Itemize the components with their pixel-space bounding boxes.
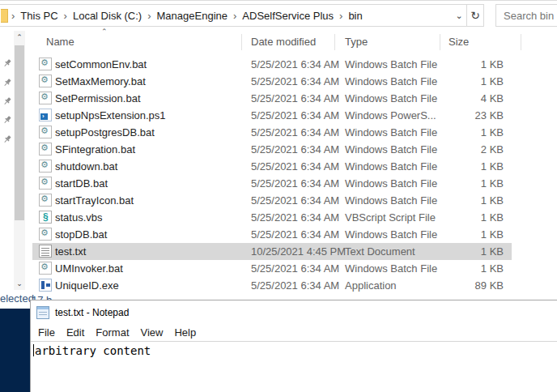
notepad-menu-bar: FileEditFormatViewHelp: [31, 325, 557, 341]
file-row-setpermission-bat[interactable]: SetPermission.bat5/25/2021 6:34 AMWindow…: [32, 90, 512, 107]
batch-file-icon: [39, 262, 52, 275]
menu-item-view[interactable]: View: [135, 325, 169, 341]
file-name: SFintegration.bat: [55, 141, 135, 158]
file-size: 1 KB: [405, 209, 504, 226]
file-name: status.vbs: [55, 209, 103, 226]
breadcrumb-item-bin[interactable]: bin: [346, 10, 364, 22]
file-row-stopdb-bat[interactable]: stopDB.bat5/25/2021 6:34 AMWindows Batch…: [32, 226, 512, 243]
file-size: 1 KB: [405, 158, 504, 175]
batch-file-icon: [39, 228, 52, 241]
column-separator: [521, 34, 521, 50]
column-separator: [440, 34, 440, 50]
file-row-test-txt[interactable]: test.txt10/25/2021 4:45 PMText Document1…: [32, 243, 512, 260]
file-name: setCommonEnv.bat: [55, 56, 147, 73]
search-input[interactable]: [496, 5, 557, 26]
scroll-down-icon[interactable]: ⌄: [14, 277, 25, 290]
screen: ›This PC›Local Disk (C:)›ManageEngine›AD…: [0, 0, 557, 392]
breadcrumb-item-adselfservice-plus[interactable]: ADSelfService Plus: [240, 10, 336, 22]
notepad-window: test.txt - Notepad FileEditFormatViewHel…: [30, 300, 557, 392]
batch-file-icon: [39, 177, 52, 190]
file-date-modified: 5/25/2021 6:34 AM: [251, 260, 339, 277]
menu-item-file[interactable]: File: [32, 325, 61, 341]
file-name: setupNpsExtension.ps1: [55, 107, 166, 124]
menu-item-help[interactable]: Help: [168, 325, 202, 341]
file-date-modified: 5/25/2021 6:34 AM: [251, 277, 339, 294]
file-row-uniqueid-exe[interactable]: UniqueID.exe5/25/2021 6:34 AMApplication…: [32, 277, 512, 294]
application-icon: [39, 279, 52, 292]
vbscript-file-icon: [39, 211, 52, 224]
file-row-status-vbs[interactable]: status.vbs5/25/2021 6:34 AMVBScript Scri…: [32, 209, 512, 226]
file-date-modified: 5/25/2021 6:34 AM: [251, 73, 339, 90]
breadcrumb-item-manageengine[interactable]: ManageEngine: [155, 10, 230, 22]
breadcrumb-separator-icon: ›: [336, 10, 346, 22]
notepad-content: arbitrary content: [35, 344, 151, 357]
file-name: startTrayIcon.bat: [55, 192, 134, 209]
batch-file-icon: [39, 58, 52, 70]
breadcrumb-separator-icon: ›: [61, 10, 70, 22]
file-date-modified: 10/25/2021 4:45 PM: [251, 243, 346, 260]
breadcrumb-item-this-pc[interactable]: This PC: [18, 10, 60, 22]
batch-file-icon: [39, 126, 52, 138]
file-size: 1 KB: [405, 226, 504, 243]
pushpin-icon: [2, 57, 12, 66]
text-caret: [33, 344, 34, 356]
file-size: 89 KB: [405, 277, 504, 294]
column-header-date-modified[interactable]: Date modified: [251, 32, 316, 52]
file-date-modified: 5/25/2021 6:34 AM: [251, 90, 339, 107]
window-top-divider: [0, 0, 557, 1]
breadcrumb-item-local-disk-c[interactable]: Local Disk (C:): [70, 10, 144, 22]
pushpin-icon: [2, 76, 12, 86]
text-file-icon: [39, 245, 52, 258]
file-size: 1 KB: [405, 175, 504, 192]
file-row-sfintegration-bat[interactable]: SFintegration.bat5/25/2021 6:34 AMWindow…: [32, 141, 512, 158]
search-box[interactable]: [495, 4, 557, 27]
sort-ascending-icon: ⌃: [101, 28, 108, 36]
file-size: 1 KB: [405, 192, 504, 209]
notepad-icon: [36, 306, 49, 319]
file-name: shutdown.bat: [55, 158, 117, 175]
address-dropdown-icon[interactable]: ⌄: [452, 11, 466, 21]
file-date-modified: 5/25/2021 6:34 AM: [251, 175, 339, 192]
column-header-name[interactable]: Name: [46, 32, 74, 52]
file-size: 1 KB: [405, 124, 504, 141]
file-date-modified: 5/25/2021 6:34 AM: [251, 124, 339, 141]
refresh-icon[interactable]: ↻: [467, 9, 483, 22]
column-header-type[interactable]: Type: [345, 32, 368, 52]
file-date-modified: 5/25/2021 6:34 AM: [251, 158, 339, 175]
column-header-size[interactable]: Size: [449, 32, 469, 52]
file-row-uminvoker-bat[interactable]: UMInvoker.bat5/25/2021 6:34 AMWindows Ba…: [32, 260, 512, 277]
file-row-setuppostgresdb-bat[interactable]: setupPostgresDB.bat5/25/2021 6:34 AMWind…: [32, 124, 512, 141]
file-row-setmaxmemory-bat[interactable]: SetMaxMemory.bat5/25/2021 6:34 AMWindows…: [32, 73, 512, 90]
file-name: startDB.bat: [55, 175, 108, 192]
file-row-starttrayicon-bat[interactable]: startTrayIcon.bat5/25/2021 6:34 AMWindow…: [32, 192, 512, 209]
notepad-window-title: test.txt - Notepad: [55, 300, 129, 325]
file-type: Application: [345, 277, 397, 294]
file-name: setupPostgresDB.bat: [55, 124, 155, 141]
column-separator: [334, 34, 335, 50]
powershell-file-icon: [39, 109, 52, 121]
scroll-up-icon[interactable]: ⌃: [14, 31, 25, 44]
batch-file-icon: [39, 160, 52, 173]
menu-item-edit[interactable]: Edit: [61, 325, 90, 341]
breadcrumb-separator-icon: ›: [230, 10, 240, 22]
file-date-modified: 5/25/2021 6:34 AM: [251, 141, 339, 158]
file-row-setupnpsextension-ps1[interactable]: setupNpsExtension.ps15/25/2021 6:34 AMWi…: [32, 107, 512, 124]
menu-item-format[interactable]: Format: [90, 325, 134, 341]
nav-scrollbar-thumb[interactable]: [15, 45, 24, 220]
notepad-text-area[interactable]: arbitrary content: [31, 341, 557, 392]
file-row-shutdown-bat[interactable]: shutdown.bat5/25/2021 6:34 AMWindows Bat…: [32, 158, 512, 175]
file-size: 1 KB: [405, 260, 504, 277]
notepad-title-bar[interactable]: test.txt - Notepad: [31, 300, 557, 325]
file-size: 23 KB: [405, 107, 504, 124]
batch-file-icon: [39, 75, 52, 87]
breadcrumb-separator-icon: ›: [8, 10, 18, 22]
file-name: SetPermission.bat: [55, 90, 141, 107]
file-row-startdb-bat[interactable]: startDB.bat5/25/2021 6:34 AMWindows Batc…: [32, 175, 512, 192]
file-date-modified: 5/25/2021 6:34 AM: [251, 107, 339, 124]
desktop-background: [0, 309, 30, 392]
file-row-setcommonenv-bat[interactable]: setCommonEnv.bat5/25/2021 6:34 AMWindows…: [32, 56, 512, 73]
breadcrumb-separator-icon: ›: [144, 10, 154, 22]
address-bar[interactable]: ›This PC›Local Disk (C:)›ManageEngine›AD…: [0, 4, 484, 27]
batch-file-icon: [39, 92, 52, 104]
file-size: 1 KB: [405, 243, 504, 260]
